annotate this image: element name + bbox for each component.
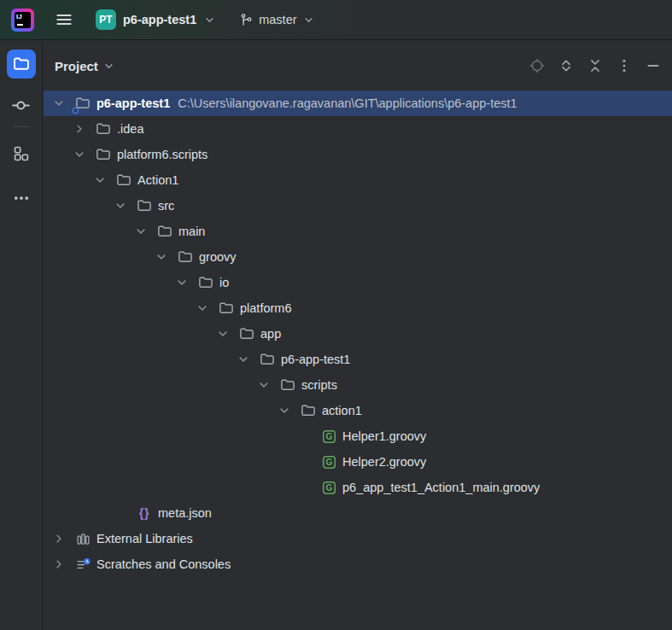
svg-text:G: G [325,483,332,493]
chevron-down-icon[interactable] [196,301,218,315]
json-file-icon: {} [136,505,153,522]
toolbar-hide-icon[interactable] [645,57,662,74]
folder-icon [95,120,112,137]
project-badge: PT [96,9,116,30]
collapse-all-icon [587,58,603,73]
tree-item-label: Helper2.groovy [342,455,426,469]
chevron-spacer [298,455,320,469]
chevron-down-icon[interactable] [237,353,259,366]
main-window-header: IJ PT p6-app-test1 master [0,0,672,40]
tree-item-label: platform6.scripts [117,148,207,161]
folder-icon [218,300,235,317]
folder-icon [156,223,173,240]
chevron-spacer [114,506,136,520]
folder-icon [300,402,317,419]
ellipsis-icon [13,190,30,207]
chevron-down-icon[interactable] [278,404,300,417]
tree-item-label: main [178,225,205,238]
chevron-down-icon[interactable] [114,199,136,213]
tree-item-label: Scratches and Consoles [96,557,231,571]
tree-item-label: Helper1.groovy [342,429,426,443]
tree-item-label: p6-app-test1 [96,96,170,110]
chevron-down-icon [302,14,315,26]
tree-item-label: groovy [199,250,237,264]
project-view-selector[interactable]: Project [55,59,115,73]
tree-row[interactable]: src [44,193,672,219]
chevron-down-icon[interactable] [73,148,95,161]
toolbar-expand-all-icon[interactable] [558,57,575,74]
tree-item-label: platform6 [240,301,291,315]
stripe-divider [13,126,30,127]
tree-item-label: action1 [322,404,362,417]
hamburger-menu-icon[interactable] [52,8,76,32]
vcs-branch-selector[interactable]: master [239,13,314,27]
tree-item-label: src [158,199,174,213]
chevron-down-icon[interactable] [216,327,238,341]
chevron-right-icon[interactable] [73,122,95,136]
chevron-down-icon[interactable] [93,173,115,187]
chevron-right-icon[interactable] [52,557,74,571]
chevron-down-icon[interactable] [52,96,74,110]
tree-item-label: app [260,327,281,341]
tree-row[interactable]: .idea [44,116,672,142]
folder-icon [197,274,214,291]
toolbar-locate-file-icon [529,57,546,74]
chevron-down-icon [203,14,216,26]
kebab-menu-icon [616,58,632,73]
tree-row[interactable]: Action1 [44,167,672,193]
sidebar-item-more-tool-windows[interactable] [7,184,36,213]
tree-item-label: scripts [301,378,337,392]
tree-row[interactable]: GHelper2.groovy [44,449,672,475]
chevron-down-icon[interactable] [155,250,177,264]
hide-icon [646,58,661,73]
toolbar-kebab-menu-icon[interactable] [616,57,633,74]
tree-row[interactable]: External Libraries [44,526,672,551]
tree-row[interactable]: io [44,270,672,295]
folder-icon [279,376,296,394]
external-libraries-icon [74,530,91,547]
sidebar-item-structure[interactable] [7,139,36,168]
tree-row[interactable]: platform6.scripts [44,142,672,167]
tree-row[interactable]: main [44,219,672,244]
chevron-down-icon[interactable] [134,225,156,238]
commit-icon [12,96,30,114]
sidebar-item-project[interactable] [7,50,36,79]
tree-row[interactable]: Gp6_app_test1_Action1_main.groovy [44,475,672,500]
tree-item-label: Action1 [137,173,178,187]
tree-row[interactable]: GHelper1.groovy [44,423,672,449]
git-branch-icon [239,13,254,27]
tree-item-label: External Libraries [96,532,193,545]
intellij-idea-logo: IJ [11,9,34,32]
project-path: C:\Users\ilangovane.ragavanan\GIT\applic… [178,96,517,110]
tree-row[interactable]: platform6 [44,295,672,321]
project-selector[interactable]: PT p6-app-test1 [96,9,216,30]
tree-row[interactable]: scripts [44,372,672,398]
toolbar-collapse-all-icon[interactable] [587,57,604,74]
tree-row[interactable]: p6-app-test1C:\Users\ilangovane.ragavana… [44,90,672,116]
tree-row[interactable]: app [44,321,672,347]
tree-item-label: .idea [117,122,143,136]
folder-icon [13,55,30,73]
locate-file-icon [529,58,545,73]
tool-window-stripe [0,41,43,630]
groovy-file-icon: G [320,428,337,445]
chevron-down-icon[interactable] [257,378,279,392]
tree-row[interactable]: groovy [44,244,672,270]
chevron-right-icon[interactable] [52,532,74,545]
tree-item-label: io [219,276,229,289]
sidebar-item-commit[interactable] [7,90,36,120]
scratches-and-consoles-icon [74,556,91,573]
folder-icon [259,351,276,368]
tree-row[interactable]: action1 [44,398,672,423]
svg-text:G: G [325,458,332,467]
expand-all-icon [558,58,574,73]
tree-row[interactable]: {}meta.json [44,500,672,526]
tree-row[interactable]: p6-app-test1 [44,347,672,372]
project-tree: p6-app-test1C:\Users\ilangovane.ragavana… [44,90,672,630]
tree-item-label: p6_app_test1_Action1_main.groovy [342,481,540,494]
tree-row[interactable]: Scratches and Consoles [44,551,672,577]
chevron-down-icon[interactable] [175,276,197,289]
chevron-down-icon [102,60,115,73]
svg-text:G: G [325,432,332,441]
chevron-spacer [298,429,320,443]
